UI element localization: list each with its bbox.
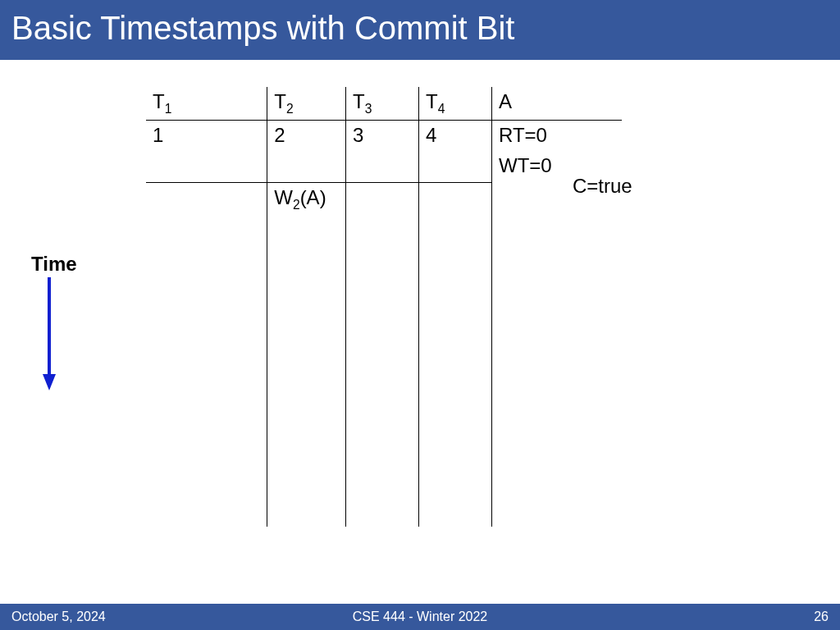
col-header-t3: T3	[346, 87, 419, 120]
cell-t3-ts: 3	[346, 120, 419, 151]
footer-course: CSE 444 - Winter 2022	[0, 609, 840, 624]
svg-marker-1	[43, 374, 56, 390]
slide-title: Basic Timestamps with Commit Bit	[0, 0, 840, 60]
cell-t4-ts: 4	[419, 120, 492, 151]
slide-footer: October 5, 2024 CSE 444 - Winter 2022 26	[0, 604, 840, 630]
time-axis-label: Time	[31, 253, 77, 276]
cell-t1-ts: 1	[146, 120, 267, 151]
timestamp-table: T1 T2 T3 T4 A 1 2 3 4 RT=0	[146, 87, 622, 527]
col-header-a: A	[492, 87, 622, 120]
footer-page-number: 26	[814, 609, 829, 624]
cell-a-rt: RT=0	[492, 120, 622, 151]
table-header-row: T1 T2 T3 T4 A	[146, 87, 622, 120]
table-row: W2(A)	[146, 182, 622, 527]
table-row: WT=0	[146, 151, 622, 182]
cell-t2-op: W2(A)	[267, 182, 346, 527]
time-arrow-icon	[41, 277, 57, 392]
slide-content: Time T1 T2 T3 T4 A 1 2 3 4	[0, 64, 840, 599]
slide: Basic Timestamps with Commit Bit Time T1…	[0, 0, 840, 630]
cell-t2-ts: 2	[267, 120, 346, 151]
table-row: 1 2 3 4 RT=0	[146, 120, 622, 151]
col-header-t4: T4	[419, 87, 492, 120]
col-header-t2: T2	[267, 87, 346, 120]
col-header-t1: T1	[146, 87, 267, 120]
commit-bit-value: C=true	[573, 175, 632, 198]
footer-date: October 5, 2024	[11, 609, 106, 624]
